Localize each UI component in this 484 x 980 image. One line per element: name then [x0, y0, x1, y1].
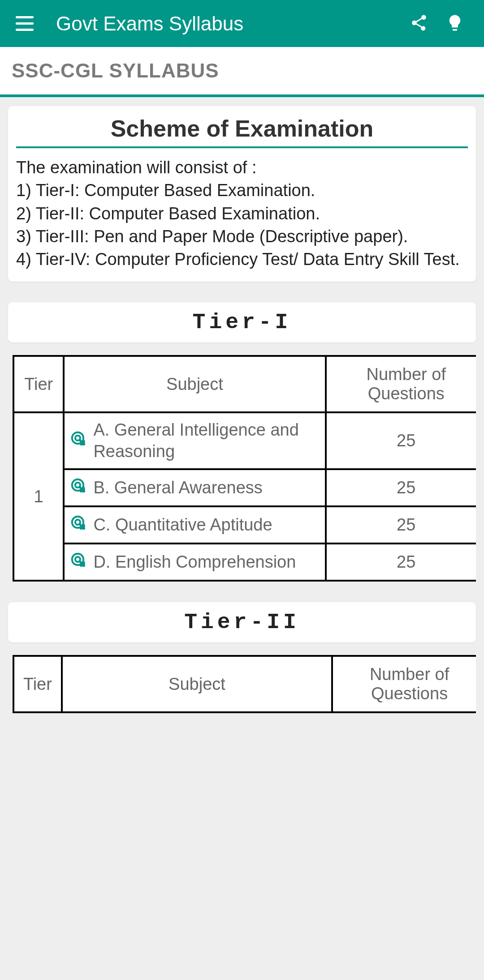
scheme-intro: The examination will consist of :: [16, 156, 468, 179]
th-tier: Tier: [13, 356, 64, 412]
num-cell: 25: [326, 543, 476, 581]
tier2-table: Tier Subject Number of Questions: [13, 655, 476, 713]
subject-text: A. General Intelligence and Reasoning: [93, 419, 319, 462]
scheme-heading: Scheme of Examination: [16, 115, 468, 148]
tier2-header-row: Tier Subject Number of Questions: [13, 656, 476, 712]
num-cell: 25: [326, 469, 476, 506]
lightbulb-icon: [445, 13, 464, 34]
tier1-table: Tier Subject Number of Questions 1 A. Ge…: [13, 355, 476, 582]
page-subtitle: SSC-CGL SYLLABUS: [12, 60, 472, 82]
content-area: Scheme of Examination The examination wi…: [0, 97, 484, 743]
subject-cell[interactable]: D. English Comprehension: [64, 543, 325, 581]
pointer-icon: [70, 514, 87, 535]
hint-button[interactable]: [437, 13, 473, 34]
num-cell: 25: [326, 506, 476, 543]
subject-text: B. General Awareness: [93, 477, 262, 499]
pointer-icon: [70, 430, 87, 451]
share-button[interactable]: [401, 13, 437, 34]
pointer-icon: [70, 552, 87, 573]
page-subtitle-bar: SSC-CGL SYLLABUS: [0, 47, 484, 97]
th-num: Number of Questions: [332, 656, 476, 712]
tier1-header-row: Tier Subject Number of Questions: [13, 356, 476, 412]
th-tier: Tier: [13, 656, 62, 712]
tier2-table-wrap[interactable]: Tier Subject Number of Questions: [8, 655, 476, 713]
num-cell: 25: [326, 412, 476, 469]
scheme-card: Scheme of Examination The examination wi…: [8, 106, 476, 282]
tier2-label-card: Tier-II: [8, 602, 476, 642]
pointer-icon: [70, 477, 87, 498]
scheme-line: 2) Tier-II: Computer Based Examination.: [16, 202, 468, 225]
subject-text: D. English Comprehension: [93, 552, 296, 573]
scheme-line: 4) Tier-IV: Computer Proficiency Test/ D…: [16, 248, 468, 271]
th-subject: Subject: [64, 356, 325, 412]
tier1-table-wrap[interactable]: Tier Subject Number of Questions 1 A. Ge…: [8, 355, 476, 582]
th-num: Number of Questions: [326, 356, 476, 412]
hamburger-icon: [16, 16, 34, 31]
scheme-line: 1) Tier-I: Computer Based Examination.: [16, 179, 468, 202]
scheme-body: The examination will consist of : 1) Tie…: [16, 156, 468, 271]
app-bar: Govt Exams Syllabus: [0, 0, 484, 47]
table-row: B. General Awareness 25: [13, 469, 476, 506]
subject-text: C. Quantitative Aptitude: [93, 514, 272, 536]
table-row: D. English Comprehension 25: [13, 543, 476, 581]
share-icon: [410, 13, 428, 34]
table-row: C. Quantitative Aptitude 25: [13, 506, 476, 543]
subject-cell[interactable]: A. General Intelligence and Reasoning: [64, 412, 325, 469]
th-subject: Subject: [62, 656, 332, 712]
app-title: Govt Exams Syllabus: [56, 13, 401, 35]
menu-button[interactable]: [11, 16, 38, 31]
subject-cell[interactable]: C. Quantitative Aptitude: [64, 506, 325, 543]
tier1-label-card: Tier-I: [8, 302, 476, 342]
scheme-line: 3) Tier-III: Pen and Paper Mode (Descrip…: [16, 225, 468, 248]
tier-value: 1: [13, 412, 64, 581]
subject-cell[interactable]: B. General Awareness: [64, 469, 325, 506]
table-row: 1 A. General Intelligence and Reasoning …: [13, 412, 476, 469]
